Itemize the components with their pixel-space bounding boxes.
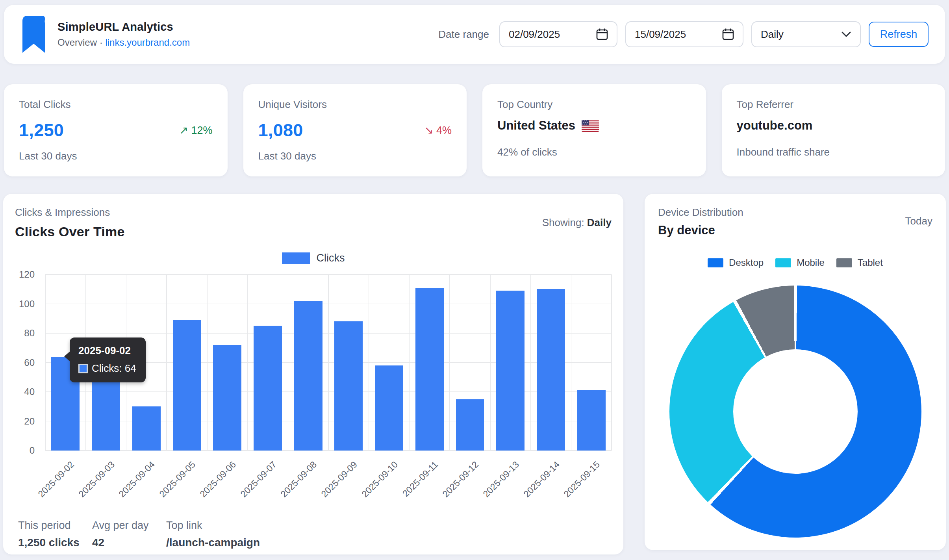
donut-legend-item-tablet[interactable]: Tablet xyxy=(836,257,883,268)
desktop-legend-label: Desktop xyxy=(729,257,764,268)
brand: SimpleURL Analytics Overview · links.you… xyxy=(20,15,190,54)
gridline xyxy=(490,274,491,451)
gridline xyxy=(611,274,612,451)
footer-stat-label: This period xyxy=(18,519,84,532)
y-tick-label: 80 xyxy=(24,328,35,339)
bar-2025-09-04[interactable] xyxy=(132,406,161,451)
bar-2025-09-10[interactable] xyxy=(375,365,403,451)
bar-2025-09-09[interactable] xyxy=(334,321,363,451)
bar-chart-legend: Clicks xyxy=(15,252,612,264)
bar-chart: 020406080100120 2025-09-02 Clicks: 64 20… xyxy=(15,274,612,511)
chart-title: Clicks Over Time xyxy=(15,224,125,239)
bar-chart-plot: 2025-09-02 Clicks: 64 xyxy=(45,274,612,451)
x-tick-label: 2025-09-13 xyxy=(481,459,521,499)
calendar-icon[interactable] xyxy=(596,28,608,41)
bar-2025-09-06[interactable] xyxy=(213,345,241,451)
refresh-button[interactable]: Refresh xyxy=(869,22,929,47)
stats-row: Total Clicks 1,250 ↗ 12% Last 30 days Un… xyxy=(4,84,945,176)
bar-2025-09-11[interactable] xyxy=(415,288,444,451)
y-tick-label: 20 xyxy=(24,416,35,427)
gridline xyxy=(328,274,329,451)
stat-subtext: 42% of clicks xyxy=(497,146,691,158)
granularity-select[interactable]: Daily xyxy=(751,21,861,47)
calendar-icon[interactable] xyxy=(722,28,734,41)
stat-label: Top Country xyxy=(497,98,691,111)
x-tick-label: 2025-09-06 xyxy=(198,459,238,499)
bar-2025-09-03[interactable] xyxy=(92,380,120,451)
bar-2025-09-14[interactable] xyxy=(537,289,565,451)
footer-stat-value: /launch-campaign xyxy=(166,536,260,549)
showing-value: Daily xyxy=(587,217,612,228)
arrow-up-right-icon: ↗ xyxy=(179,124,188,136)
date-to-input[interactable]: 15/09/2025 xyxy=(625,21,743,47)
chart-footer-stats: This period 1,250 clicks Avg per day 42 … xyxy=(15,519,612,549)
trend-value: 12% xyxy=(191,124,212,136)
tooltip-caret-icon xyxy=(64,351,70,362)
gridline xyxy=(449,274,450,451)
donut-legend-item-desktop[interactable]: Desktop xyxy=(708,257,764,268)
date-to-value: 15/09/2025 xyxy=(635,28,686,41)
bar-2025-09-15[interactable] xyxy=(577,390,606,451)
us-flag-icon xyxy=(582,120,599,132)
tooltip-value: Clicks: 64 xyxy=(92,362,136,375)
footer-stat-this-period: This period 1,250 clicks xyxy=(18,519,92,549)
device-eyebrow: Device Distribution xyxy=(658,206,743,219)
bar-2025-09-07[interactable] xyxy=(254,326,282,451)
bar-2025-09-12[interactable] xyxy=(456,399,484,451)
app-header: SimpleURL Analytics Overview · links.you… xyxy=(4,5,945,64)
y-tick-label: 40 xyxy=(24,386,35,397)
country-name: United States xyxy=(497,119,575,133)
chevron-down-icon xyxy=(841,31,851,37)
breadcrumb: Overview · links.yourbrand.com xyxy=(57,37,190,48)
tablet-legend-label: Tablet xyxy=(858,257,883,268)
stat-label: Total Clicks xyxy=(19,98,213,111)
date-from-input[interactable]: 02/09/2025 xyxy=(499,21,617,47)
showing-indicator: Showing: Daily xyxy=(542,217,612,229)
trend-up-indicator: ↗ 12% xyxy=(179,124,212,137)
arrow-down-right-icon: ↘ xyxy=(424,124,434,136)
device-period: Today xyxy=(905,215,932,227)
tooltip-date: 2025-09-02 xyxy=(78,345,136,357)
y-tick-label: 60 xyxy=(24,357,35,368)
gridline xyxy=(409,274,410,451)
trend-value: 4% xyxy=(436,124,452,136)
y-tick-label: 100 xyxy=(19,299,35,310)
x-tick-label: 2025-09-07 xyxy=(238,459,278,499)
gridline xyxy=(530,274,531,451)
stat-subtext: Last 30 days xyxy=(19,150,213,162)
mobile-legend-swatch xyxy=(775,258,791,267)
bar-chart-x-axis: 2025-09-022025-09-032025-09-042025-09-05… xyxy=(45,454,612,505)
x-tick-label: 2025-09-03 xyxy=(76,459,117,499)
clicks-over-time-card: Clicks & Impressions Clicks Over Time Sh… xyxy=(3,194,623,554)
bar-2025-09-13[interactable] xyxy=(496,291,525,451)
bar-2025-09-08[interactable] xyxy=(294,301,323,451)
stat-subtext: Last 30 days xyxy=(258,150,452,162)
date-from-value: 02/09/2025 xyxy=(509,28,560,41)
bar-chart-y-axis: 020406080100120 xyxy=(15,274,40,451)
stat-card-total-clicks: Total Clicks 1,250 ↗ 12% Last 30 days xyxy=(4,84,228,176)
x-tick-label: 2025-09-10 xyxy=(360,459,400,499)
device-donut-chart[interactable] xyxy=(669,286,921,538)
trend-down-indicator: ↘ 4% xyxy=(424,124,452,137)
bookmark-logo-icon xyxy=(20,15,46,54)
stat-value: 1,250 xyxy=(19,120,64,141)
x-tick-label: 2025-09-11 xyxy=(400,459,440,499)
device-distribution-card: Device Distribution By device Today Desk… xyxy=(645,194,946,550)
granularity-value: Daily xyxy=(761,28,784,41)
x-tick-label: 2025-09-05 xyxy=(158,459,198,499)
footer-stat-avg-per-day: Avg per day 42 xyxy=(92,519,166,549)
stat-label: Unique Visitors xyxy=(258,98,452,111)
tooltip-series-swatch xyxy=(78,364,88,373)
bar-2025-09-05[interactable] xyxy=(173,320,201,451)
stat-card-top-referrer: Top Referrer youtube.com Inbound traffic… xyxy=(722,84,945,176)
donut-legend-item-mobile[interactable]: Mobile xyxy=(775,257,825,268)
gridline xyxy=(45,274,46,451)
footer-stat-value: 42 xyxy=(92,536,158,549)
clicks-legend-label[interactable]: Clicks xyxy=(317,252,345,264)
gridline xyxy=(247,274,248,451)
clicks-legend-swatch[interactable] xyxy=(282,252,310,264)
x-tick-label: 2025-09-08 xyxy=(279,459,319,499)
y-tick-label: 120 xyxy=(19,269,35,280)
page-title: SimpleURL Analytics xyxy=(57,20,190,33)
domain-link[interactable]: links.yourbrand.com xyxy=(105,37,190,48)
